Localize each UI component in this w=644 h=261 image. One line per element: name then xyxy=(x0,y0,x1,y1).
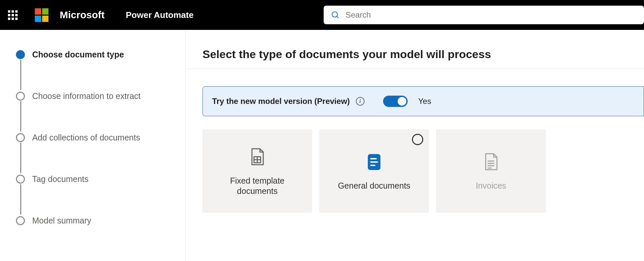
search-input[interactable] xyxy=(346,10,637,20)
card-fixed-template[interactable]: Fixed template documents xyxy=(202,130,312,213)
document-table-icon xyxy=(250,148,265,166)
document-text-icon xyxy=(484,153,498,171)
microsoft-brand-text: Microsoft xyxy=(60,9,105,21)
step-marker-icon xyxy=(16,133,25,142)
svg-line-1 xyxy=(337,16,338,18)
step-choose-information[interactable]: Choose information to extract xyxy=(16,91,186,133)
step-model-summary[interactable]: Model summary xyxy=(16,216,186,225)
preview-toggle[interactable] xyxy=(383,96,408,107)
app-name: Power Automate xyxy=(126,10,194,20)
app-launcher-icon[interactable] xyxy=(8,10,18,20)
main-content: Select the type of documents your model … xyxy=(186,30,644,261)
page-title: Select the type of documents your model … xyxy=(202,48,644,61)
svg-point-0 xyxy=(332,12,337,17)
step-marker-icon xyxy=(16,50,25,59)
banner-text: Try the new model version (Preview) xyxy=(212,97,350,106)
step-marker-icon xyxy=(16,92,25,101)
step-tag-documents[interactable]: Tag documents xyxy=(16,174,186,216)
search-bar[interactable] xyxy=(324,6,644,24)
header-bar: Microsoft Power Automate xyxy=(0,0,644,30)
wizard-sidebar: Choose document type Choose information … xyxy=(0,30,186,261)
step-add-collections[interactable]: Add collections of documents xyxy=(16,133,186,174)
card-label: Invoices xyxy=(476,181,506,191)
card-label: Fixed template documents xyxy=(213,176,302,197)
toggle-knob-icon xyxy=(398,97,406,106)
card-general-documents[interactable]: General documents xyxy=(319,130,429,213)
info-icon[interactable]: i xyxy=(356,97,364,106)
preview-banner: Try the new model version (Preview) i Ye… xyxy=(202,86,644,116)
step-marker-icon xyxy=(16,175,25,184)
document-type-cards: Fixed template documents General documen… xyxy=(202,130,644,213)
search-icon xyxy=(331,11,340,19)
radio-unselected-icon[interactable] xyxy=(412,134,423,145)
toggle-label: Yes xyxy=(418,97,431,106)
card-label: General documents xyxy=(338,181,410,191)
microsoft-logo-icon xyxy=(35,8,48,22)
step-choose-document-type[interactable]: Choose document type xyxy=(16,50,186,91)
document-lines-icon xyxy=(367,153,381,171)
card-invoices[interactable]: Invoices xyxy=(436,130,546,213)
step-marker-icon xyxy=(16,216,25,225)
